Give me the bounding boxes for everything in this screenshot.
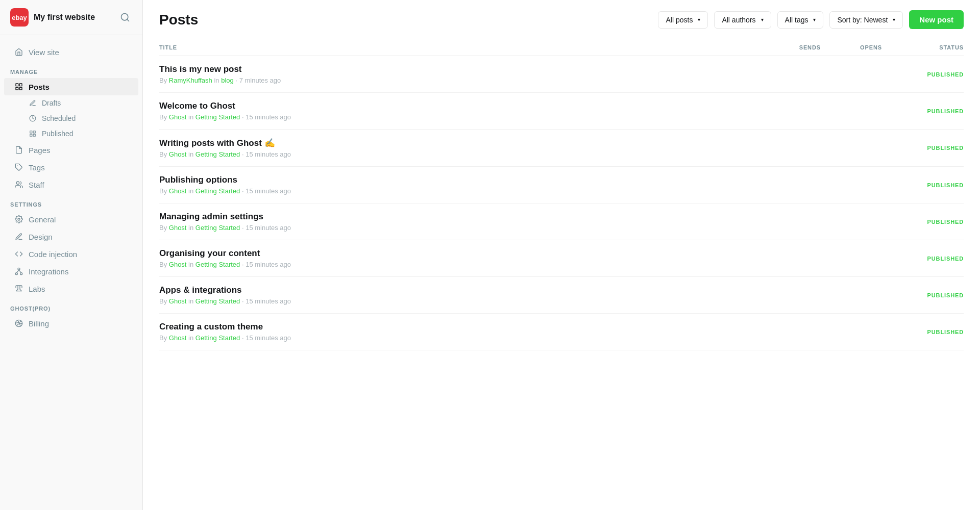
svg-line-18 xyxy=(19,270,21,272)
post-tag-link[interactable]: Getting Started xyxy=(195,224,240,232)
all-posts-filter[interactable]: All posts ▾ xyxy=(658,11,708,29)
post-info: Apps & integrations By Ghost in Getting … xyxy=(159,285,760,305)
drafts-label: Drafts xyxy=(42,99,61,107)
sidebar-item-pages[interactable]: Pages xyxy=(4,141,138,159)
sidebar-header: ebay My first website xyxy=(0,0,142,35)
post-title: Apps & integrations xyxy=(159,285,760,295)
status-badge: PUBLISHED xyxy=(882,71,964,78)
pages-icon xyxy=(14,145,23,155)
svg-point-13 xyxy=(18,218,20,220)
settings-section-label: SETTINGS xyxy=(0,193,142,211)
svg-line-1 xyxy=(127,19,129,21)
sidebar-item-general[interactable]: General xyxy=(4,211,138,228)
post-title: Creating a custom theme xyxy=(159,322,760,332)
all-tags-filter[interactable]: All tags ▾ xyxy=(777,11,824,29)
post-meta: By Ghost in Getting Started · 15 minutes… xyxy=(159,150,760,158)
status-badge: PUBLISHED xyxy=(882,329,964,335)
post-info: This is my new post By RamyKhuffash in b… xyxy=(159,64,760,84)
sidebar-item-scheduled[interactable]: Scheduled xyxy=(4,111,138,126)
sidebar-item-design-label: Design xyxy=(29,233,53,241)
sort-filter[interactable]: Sort by: Newest ▾ xyxy=(829,11,903,29)
main-content: Posts All posts ▾ All authors ▾ All tags… xyxy=(143,0,980,510)
chevron-down-icon: ▾ xyxy=(698,17,700,22)
gear-icon xyxy=(14,215,23,224)
posts-table: TITLE SENDS OPENS STATUS This is my new … xyxy=(143,39,980,510)
table-row[interactable]: Organising your content By Ghost in Gett… xyxy=(159,240,964,277)
svg-rect-9 xyxy=(33,134,35,136)
sidebar-item-published[interactable]: Published xyxy=(4,126,138,141)
sidebar-item-staff-label: Staff xyxy=(29,181,44,189)
sidebar-item-design[interactable]: Design xyxy=(4,228,138,245)
post-time: 15 minutes ago xyxy=(246,334,291,342)
sidebar-item-code-injection[interactable]: Code injection xyxy=(4,245,138,263)
post-author-link[interactable]: Ghost xyxy=(169,150,187,158)
posts-sub-nav: Drafts Scheduled xyxy=(0,95,142,141)
post-time: 15 minutes ago xyxy=(246,224,291,232)
sidebar-item-integrations[interactable]: Integrations xyxy=(4,263,138,280)
all-authors-filter[interactable]: All authors ▾ xyxy=(714,11,771,29)
sidebar-item-tags-label: Tags xyxy=(29,163,45,172)
table-row[interactable]: Creating a custom theme By Ghost in Gett… xyxy=(159,314,964,350)
table-row[interactable]: This is my new post By RamyKhuffash in b… xyxy=(159,56,964,93)
table-row[interactable]: Managing admin settings By Ghost in Gett… xyxy=(159,203,964,240)
scheduled-label: Scheduled xyxy=(42,114,76,122)
post-meta: By Ghost in Getting Started · 15 minutes… xyxy=(159,187,760,195)
post-author-link[interactable]: Ghost xyxy=(169,261,187,268)
post-title: Managing admin settings xyxy=(159,212,760,222)
post-author-link[interactable]: Ghost xyxy=(169,297,187,305)
post-tag-link[interactable]: Getting Started xyxy=(195,297,240,305)
post-time: 15 minutes ago xyxy=(246,297,291,305)
status-badge: PUBLISHED xyxy=(882,145,964,151)
status-badge: PUBLISHED xyxy=(882,292,964,298)
post-tag-link[interactable]: blog xyxy=(221,76,234,84)
sidebar-item-staff[interactable]: Staff xyxy=(4,176,138,193)
search-icon xyxy=(120,12,130,22)
posts-icon xyxy=(14,82,23,91)
brand-logo: ebay xyxy=(10,8,29,27)
post-tag-link[interactable]: Getting Started xyxy=(195,150,240,158)
status-badge: PUBLISHED xyxy=(882,182,964,188)
post-meta: By Ghost in Getting Started · 15 minutes… xyxy=(159,334,760,342)
sidebar-item-billing[interactable]: Billing xyxy=(4,315,138,332)
post-tag-link[interactable]: Getting Started xyxy=(195,334,240,342)
post-time: 15 minutes ago xyxy=(246,261,291,268)
table-row[interactable]: Welcome to Ghost By Ghost in Getting Sta… xyxy=(159,93,964,130)
clock-icon xyxy=(29,114,37,122)
sidebar-item-tags[interactable]: Tags xyxy=(4,159,138,176)
new-post-button[interactable]: New post xyxy=(909,10,964,29)
col-opens: OPENS xyxy=(821,44,882,50)
svg-rect-3 xyxy=(19,84,22,86)
grid-icon xyxy=(29,130,37,138)
table-header: TITLE SENDS OPENS STATUS xyxy=(159,39,964,56)
post-tag-link[interactable]: Getting Started xyxy=(195,261,240,268)
sidebar-item-labs-label: Labs xyxy=(29,285,45,293)
post-author-link[interactable]: Ghost xyxy=(169,113,187,121)
table-row[interactable]: Apps & integrations By Ghost in Getting … xyxy=(159,277,964,314)
sidebar-nav: View site MANAGE Posts xyxy=(0,35,142,510)
sidebar-item-posts[interactable]: Posts xyxy=(4,78,138,95)
svg-rect-2 xyxy=(16,84,18,86)
post-info: Organising your content By Ghost in Gett… xyxy=(159,248,760,268)
post-info: Welcome to Ghost By Ghost in Getting Sta… xyxy=(159,101,760,121)
status-badge: PUBLISHED xyxy=(882,108,964,114)
post-tag-link[interactable]: Getting Started xyxy=(195,113,240,121)
post-author-link[interactable]: Ghost xyxy=(169,187,187,195)
col-status: STATUS xyxy=(882,44,964,50)
sidebar: ebay My first website View site MANAGE xyxy=(0,0,143,510)
table-row[interactable]: Writing posts with Ghost ✍️ By Ghost in … xyxy=(159,130,964,167)
table-row[interactable]: Publishing options By Ghost in Getting S… xyxy=(159,167,964,203)
post-tag-link[interactable]: Getting Started xyxy=(195,187,240,195)
post-author-link[interactable]: Ghost xyxy=(169,334,187,342)
post-meta: By Ghost in Getting Started · 15 minutes… xyxy=(159,224,760,232)
search-button[interactable] xyxy=(118,10,132,24)
post-title: Organising your content xyxy=(159,248,760,259)
sidebar-item-drafts[interactable]: Drafts xyxy=(4,95,138,111)
post-title: Writing posts with Ghost ✍️ xyxy=(159,138,760,148)
svg-rect-8 xyxy=(33,131,35,133)
post-author-link[interactable]: Ghost xyxy=(169,224,187,232)
sidebar-item-view-site[interactable]: View site xyxy=(4,43,138,61)
tag-icon xyxy=(14,163,23,172)
brand: ebay My first website xyxy=(10,8,95,27)
post-author-link[interactable]: RamyKhuffash xyxy=(169,76,212,84)
sidebar-item-labs[interactable]: Labs xyxy=(4,280,138,297)
